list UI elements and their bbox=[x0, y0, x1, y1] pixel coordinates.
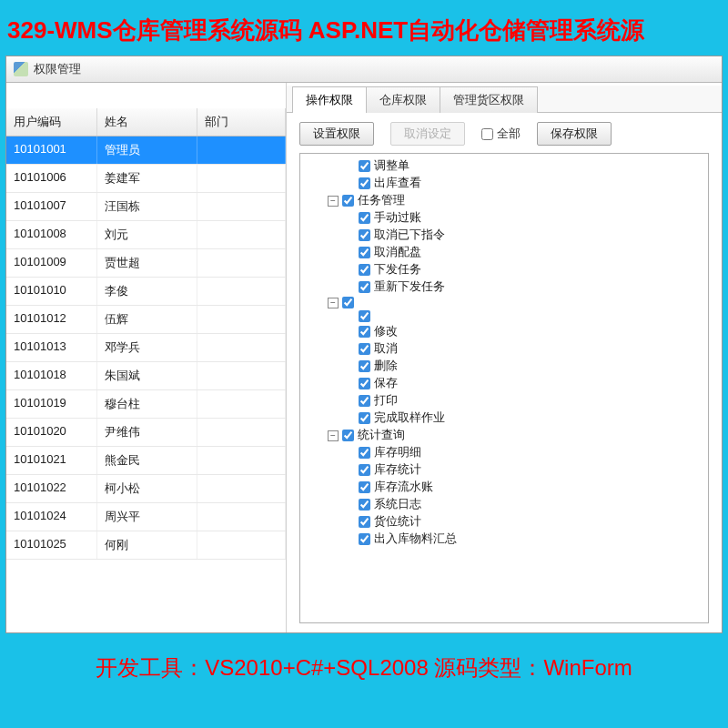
tree-toggle-empty bbox=[344, 344, 355, 355]
table-row[interactable]: 10101018朱国斌 bbox=[6, 362, 286, 390]
tree-toggle-icon[interactable]: − bbox=[328, 430, 339, 441]
tree-checkbox[interactable] bbox=[359, 281, 370, 293]
tree-checkbox[interactable] bbox=[359, 378, 370, 389]
cell-code: 10101021 bbox=[6, 447, 97, 474]
tree-node[interactable]: 出库查看 bbox=[302, 175, 706, 192]
tree-checkbox[interactable] bbox=[359, 247, 370, 258]
permission-tree: 调整单出库查看−任务管理手动过账取消已下指令取消配盘下发任务重新下发任务−修改取… bbox=[300, 154, 708, 551]
tab-1[interactable]: 仓库权限 bbox=[366, 86, 440, 113]
tree-checkbox[interactable] bbox=[342, 195, 354, 207]
tree-node[interactable]: 下发任务 bbox=[302, 261, 706, 278]
tree-checkbox[interactable] bbox=[359, 481, 370, 493]
tree-checkbox[interactable] bbox=[359, 229, 370, 241]
table-row[interactable]: 10101020尹维伟 bbox=[6, 419, 286, 447]
cell-dept bbox=[197, 390, 286, 418]
tree-node[interactable]: 库存明细 bbox=[302, 444, 706, 461]
tree-node[interactable]: 系统日志 bbox=[302, 496, 706, 513]
cell-code: 10101019 bbox=[6, 390, 97, 418]
table-row[interactable]: 10101024周兴平 bbox=[6, 503, 286, 531]
tree-checkbox[interactable] bbox=[359, 516, 370, 528]
tree-node[interactable]: 删除 bbox=[302, 358, 706, 375]
cell-code: 10101006 bbox=[6, 165, 97, 192]
tree-checkbox[interactable] bbox=[359, 177, 370, 189]
header-code[interactable]: 用户编码 bbox=[6, 108, 97, 136]
table-row[interactable]: 10101019穆台柱 bbox=[6, 390, 286, 419]
save-permission-button[interactable]: 保存权限 bbox=[537, 122, 612, 146]
table-row[interactable]: 10101001管理员 bbox=[6, 136, 286, 165]
select-all-input[interactable] bbox=[481, 128, 493, 140]
table-row[interactable]: 10101006姜建军 bbox=[6, 165, 286, 193]
tree-node[interactable]: 取消配盘 bbox=[302, 244, 706, 261]
table-row[interactable]: 10101010李俊 bbox=[6, 278, 286, 306]
tree-label: 下发任务 bbox=[374, 262, 421, 278]
table-row[interactable]: 10101007汪国栋 bbox=[6, 193, 286, 221]
tree-checkbox[interactable] bbox=[359, 464, 370, 476]
set-permission-button[interactable]: 设置权限 bbox=[299, 122, 374, 146]
tree-checkbox[interactable] bbox=[359, 447, 370, 459]
tree-toggle-empty bbox=[344, 517, 355, 528]
tree-node[interactable]: −任务管理 bbox=[302, 192, 706, 209]
tree-node[interactable]: 完成取样作业 bbox=[302, 410, 706, 427]
tree-node[interactable]: 货位统计 bbox=[302, 513, 706, 531]
table-row[interactable]: 10101021熊金民 bbox=[6, 447, 286, 475]
header-dept[interactable]: 部门 bbox=[197, 108, 286, 136]
tree-toggle-empty bbox=[344, 482, 355, 493]
tree-node[interactable]: 库存流水账 bbox=[302, 479, 706, 496]
tree-node[interactable]: 取消 bbox=[302, 340, 706, 358]
tree-checkbox[interactable] bbox=[359, 212, 370, 224]
table-row[interactable]: 10101022柯小松 bbox=[6, 475, 286, 503]
cell-name: 管理员 bbox=[97, 136, 197, 164]
window-title: 权限管理 bbox=[34, 61, 81, 77]
select-all-checkbox[interactable]: 全部 bbox=[481, 126, 521, 142]
tree-label: 取消配盘 bbox=[374, 245, 421, 260]
cell-code: 10101007 bbox=[6, 193, 97, 220]
tree-label: 库存流水账 bbox=[374, 480, 433, 495]
table-row[interactable]: 10101009贾世超 bbox=[6, 249, 286, 278]
permission-tree-wrap[interactable]: 调整单出库查看−任务管理手动过账取消已下指令取消配盘下发任务重新下发任务−修改取… bbox=[299, 153, 709, 623]
tree-toggle-empty bbox=[344, 178, 355, 189]
tree-node[interactable]: 调整单 bbox=[302, 157, 706, 175]
tree-checkbox[interactable] bbox=[359, 326, 370, 338]
tree-checkbox[interactable] bbox=[359, 264, 370, 276]
tree-toggle-icon[interactable]: − bbox=[328, 196, 339, 207]
tree-node[interactable]: 取消已下指令 bbox=[302, 227, 706, 244]
tree-checkbox[interactable] bbox=[342, 297, 354, 308]
table-row[interactable]: 10101013邓学兵 bbox=[6, 334, 286, 362]
tree-node[interactable] bbox=[302, 309, 706, 323]
tree-node[interactable]: 保存 bbox=[302, 375, 706, 392]
cancel-permission-button[interactable]: 取消设定 bbox=[390, 122, 465, 146]
tree-toggle-empty bbox=[344, 248, 355, 258]
tree-checkbox[interactable] bbox=[342, 430, 354, 441]
tree-checkbox[interactable] bbox=[359, 310, 370, 322]
table-row[interactable]: 10101012伍辉 bbox=[6, 306, 286, 334]
tree-label: 修改 bbox=[374, 324, 398, 339]
tree-checkbox[interactable] bbox=[359, 533, 370, 545]
tab-0[interactable]: 操作权限 bbox=[292, 86, 367, 113]
header-name[interactable]: 姓名 bbox=[97, 108, 197, 136]
tree-node[interactable]: 出入库物料汇总 bbox=[302, 531, 706, 548]
tree-node[interactable]: 修改 bbox=[302, 323, 706, 340]
tree-node[interactable]: 手动过账 bbox=[302, 209, 706, 227]
tree-checkbox[interactable] bbox=[359, 499, 370, 511]
tree-node[interactable]: 重新下发任务 bbox=[302, 278, 706, 296]
tree-checkbox[interactable] bbox=[359, 160, 370, 172]
toolbar: 设置权限 取消设定 全部 保存权限 bbox=[287, 113, 722, 153]
tree-label: 统计查询 bbox=[358, 428, 405, 443]
tree-node[interactable]: − bbox=[302, 296, 706, 309]
cell-code: 10101025 bbox=[6, 531, 97, 559]
tab-2[interactable]: 管理货区权限 bbox=[440, 86, 538, 113]
table-row[interactable]: 10101008刘元 bbox=[6, 221, 286, 249]
tree-label: 库存明细 bbox=[374, 445, 421, 460]
tree-checkbox[interactable] bbox=[359, 343, 370, 355]
tree-node[interactable]: 库存统计 bbox=[302, 461, 706, 479]
tree-checkbox[interactable] bbox=[359, 412, 370, 424]
tree-toggle-empty bbox=[344, 230, 355, 241]
tree-node[interactable]: −统计查询 bbox=[302, 427, 706, 444]
tree-checkbox[interactable] bbox=[359, 360, 370, 372]
cell-name: 周兴平 bbox=[97, 503, 197, 531]
table-row[interactable]: 10101025何刚 bbox=[6, 531, 286, 560]
tree-toggle-icon[interactable]: − bbox=[328, 298, 339, 308]
cell-dept bbox=[197, 165, 286, 192]
tree-node[interactable]: 打印 bbox=[302, 392, 706, 410]
tree-checkbox[interactable] bbox=[359, 395, 370, 407]
